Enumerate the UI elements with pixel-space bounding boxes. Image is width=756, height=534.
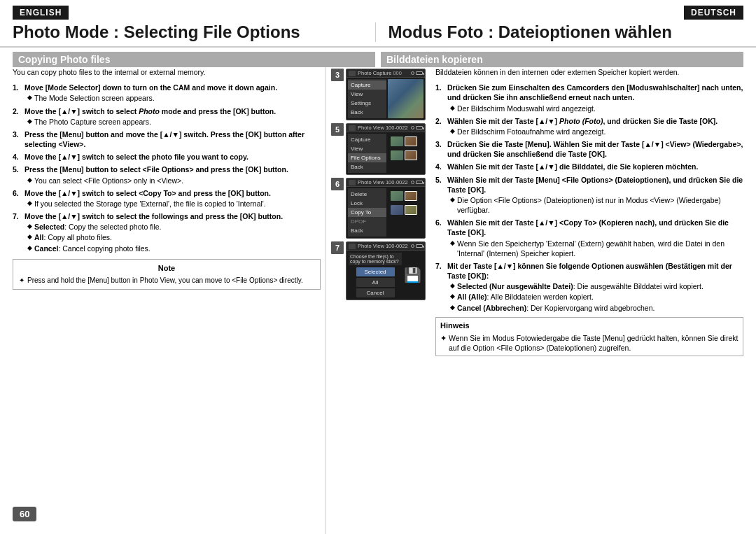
menu-6-back: Back [348, 226, 386, 235]
menu-6-lock: Lock [348, 199, 386, 208]
badge-3: 3 [331, 69, 344, 81]
lang-badge-en: ENGLISH [13, 6, 69, 20]
de-step-7: 7. Mit der Taste [▲/▼] können Sie folgen… [435, 261, 743, 313]
hinweis-title: Hinweis [440, 321, 738, 331]
screen-5-menu: Capture View File Options Back [348, 134, 386, 173]
note-box: Note ✦ Press and hold the [Menu] button … [13, 259, 321, 290]
en-step-2: 2. Move the [▲/▼] switch to select Photo… [13, 106, 321, 127]
indicator-dot-5 [411, 126, 414, 129]
de-step-5: 5. Wählen Sie mit der Taste [Menu] <File… [435, 175, 743, 216]
title-de: Modus Foto : Dateioptionen wählen [376, 22, 744, 42]
hinweis-bullet: ✦ Wenn Sie im Modus Fotowiedergabe die T… [440, 333, 738, 353]
de-step-3: 3. Drücken Sie die Taste [Menu]. Wählen … [435, 139, 743, 159]
main-titles: Photo Mode : Selecting File Options Modu… [0, 20, 756, 48]
copy-options: Selected All Cancel [349, 267, 402, 297]
screen-6-menu: Delete Lock Copy To DPOF Back [348, 188, 386, 237]
de-intro: Bilddateien können in den internen oder … [435, 67, 743, 77]
section-header-en: Copying Photo files [13, 52, 375, 67]
title-en: Photo Mode : Selecting File Options [13, 22, 376, 42]
menu-6-dpof: DPOF [348, 217, 386, 226]
indicator-battery-6 [416, 181, 423, 184]
de-step-2: 2. Wählen Sie mit der Taste [▲/▼] Photo … [435, 116, 743, 136]
menu-5-back: Back [348, 162, 386, 171]
thumb-6-4 [405, 205, 417, 215]
en-step-5: 5. Press the [Menu] button to select <Fi… [13, 164, 321, 185]
indicator-battery [416, 71, 423, 75]
copy-prompt: Choose the file(s) to copy to memory sti… [349, 253, 402, 265]
de-step-1: 1. Drücken Sie zum Einschalten des Camco… [435, 83, 743, 113]
thumb-6-1 [391, 191, 403, 201]
deutsch-col: Bilddateien können in den internen oder … [431, 67, 743, 534]
option-selected: Selected [356, 267, 395, 276]
screen-6: Photo View 100-0022 Delete Lock Copy To … [346, 178, 426, 239]
menu-6-delete: Delete [348, 190, 386, 199]
lang-header: ENGLISH DEUTSCH [0, 0, 756, 20]
camera-icon [349, 71, 356, 76]
en-step-3: 3. Press the [Menu] button and move the … [13, 129, 321, 149]
en-step-6: 6. Move the [▲/▼] switch to select <Copy… [13, 188, 321, 209]
en-steps: 1. Move [Mode Selector] down to turn on … [13, 83, 321, 253]
content-area: You can copy photo files to the internal… [0, 67, 756, 534]
screen-3: Photo Capture 000 Capture View Settings … [346, 69, 426, 120]
menu-view: View [348, 90, 386, 99]
menu-capture: Capture [348, 80, 386, 90]
badge-6: 6 [331, 178, 344, 190]
menu-5-view: View [348, 144, 386, 153]
en-intro: You can copy photo files to the internal… [13, 67, 321, 77]
de-step-6: 6. Wählen Sie mit der Taste [▲/▼] <Copy … [435, 218, 743, 258]
badge-5: 5 [331, 123, 344, 136]
section-row: Copying Photo files Bilddateien kopieren [0, 52, 756, 67]
option-cancel: Cancel [356, 288, 395, 297]
indicator-dot-7 [411, 244, 414, 248]
screen-3-menu: Capture View Settings Back [348, 79, 386, 118]
camera-icon-7 [349, 244, 356, 249]
screen-5: Photo View 100-0022 Capture View File Op… [346, 123, 426, 175]
camera-icon-5 [349, 125, 356, 131]
menu-6-copyto: Copy To [348, 208, 386, 217]
screen-7-block: 7 Photo View 100-0022 Choose the [331, 241, 426, 300]
en-step-7: 7. Move the [▲/▼] switch to select the f… [13, 211, 321, 253]
en-step-4: 4. Move the [▲/▼] switch to select the p… [13, 152, 321, 162]
de-steps: 1. Drücken Sie zum Einschalten des Camco… [435, 83, 743, 313]
indicator-battery-7 [416, 244, 423, 248]
menu-5-fileoptions: File Options [348, 153, 386, 162]
screen-3-image [388, 79, 424, 118]
section-header-de: Bilddateien kopieren [381, 52, 743, 67]
thumb-3 [391, 150, 403, 160]
note-bullet: ✦ Press and hold the [Menu] button in Ph… [19, 276, 314, 286]
screen-3-block: 3 Photo Capture 000 Capture View [331, 69, 426, 120]
de-step-4: 4. Wählen Sie mit der Taste [▲/▼] die Bi… [435, 162, 743, 171]
screenshots-col: 3 Photo Capture 000 Capture View [331, 67, 426, 534]
thumb-2 [405, 136, 417, 146]
note-title: Note [19, 263, 314, 274]
indicator-battery-5 [416, 126, 423, 129]
thumb-6-2 [405, 191, 417, 201]
badge-7: 7 [331, 241, 344, 254]
screen-7: Photo View 100-0022 Choose the file(s) t… [346, 241, 426, 300]
indicator-dot-6 [411, 181, 414, 184]
page-number: 60 [13, 507, 36, 521]
camera-icon-6 [349, 180, 356, 185]
indicator-dot [411, 71, 414, 75]
thumb-4 [405, 150, 417, 160]
hinweis-box: Hinweis ✦ Wenn Sie im Modus Fotowiederga… [435, 317, 743, 356]
thumb-6-3 [391, 205, 403, 215]
english-col: You can copy photo files to the internal… [13, 67, 326, 534]
menu-settings: Settings [348, 99, 386, 108]
thumb-1 [391, 136, 403, 146]
copy-icon: 💾 [404, 267, 421, 283]
menu-back: Back [348, 108, 386, 117]
option-all: All [356, 278, 395, 287]
screen-6-block: 6 Photo View 100-0022 Delete Lock [331, 178, 426, 239]
lang-badge-de: DEUTSCH [684, 6, 743, 20]
screen-5-block: 5 Photo View 100-0022 Capture View [331, 123, 426, 175]
en-step-1: 1. Move [Mode Selector] down to turn on … [13, 83, 321, 103]
menu-5-capture: Capture [348, 135, 386, 144]
page: ENGLISH DEUTSCH Photo Mode : Selecting F… [0, 0, 756, 534]
